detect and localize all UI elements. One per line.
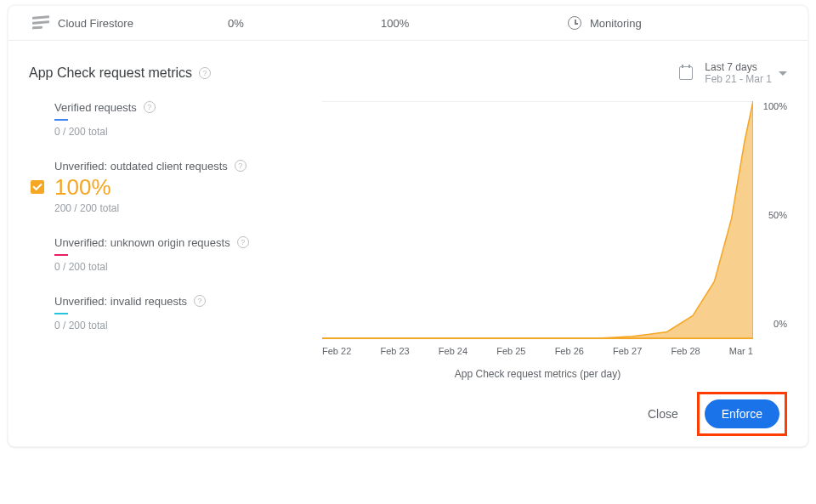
date-range-label: Last 7 days — [705, 61, 772, 73]
x-tick: Feb 23 — [380, 346, 409, 356]
dialog-actions: Close Enforce — [29, 380, 787, 436]
x-tick: Feb 28 — [671, 346, 700, 356]
chart-series-outdated — [322, 101, 753, 338]
header-pct-b: 100% — [381, 17, 568, 30]
clock-icon — [568, 16, 581, 30]
legend-swatch — [54, 254, 68, 256]
chevron-down-icon — [779, 71, 787, 76]
help-icon[interactable]: ? — [235, 160, 246, 172]
header-pct-a: 0% — [228, 17, 381, 30]
legend-checkbox[interactable] — [31, 180, 44, 194]
enforce-highlight: Enforce — [697, 392, 787, 436]
firestore-icon — [32, 16, 49, 30]
legend-item-verified[interactable]: Verified requests ? 0 / 200 total — [54, 101, 322, 138]
title-row: App Check request metrics ? Last 7 days … — [29, 61, 787, 86]
legend-label: Unverified: unknown origin requests ? — [54, 236, 322, 249]
service-name: Cloud Firestore — [58, 17, 133, 30]
service-cell: Cloud Firestore — [32, 16, 228, 30]
legend-value: 100% — [54, 174, 322, 201]
legend-label: Unverified: invalid requests ? — [54, 295, 322, 308]
enforce-button[interactable]: Enforce — [705, 399, 779, 428]
legend-item-invalid[interactable]: Unverified: invalid requests ? 0 / 200 t… — [54, 295, 322, 331]
legend-sub: 200 / 200 total — [54, 202, 322, 214]
panel-body: App Check request metrics ? Last 7 days … — [8, 41, 808, 446]
x-tick: Feb 24 — [439, 346, 468, 356]
x-tick: Feb 27 — [613, 346, 642, 356]
x-tick: Feb 25 — [496, 346, 525, 356]
legend-label: Unverified: outdated client requests ? — [54, 160, 322, 173]
legend-item-outdated[interactable]: Unverified: outdated client requests ? 1… — [54, 160, 322, 214]
x-tick: Mar 1 — [729, 346, 753, 356]
legend-item-unknown[interactable]: Unverified: unknown origin requests ? 0 … — [54, 236, 322, 273]
help-icon[interactable]: ? — [144, 101, 156, 113]
date-range-picker[interactable]: Last 7 days Feb 21 - Mar 1 — [679, 61, 787, 86]
x-tick: Feb 22 — [322, 346, 351, 356]
status-label: Monitoring — [590, 17, 642, 30]
x-axis: Feb 22 Feb 23 Feb 24 Feb 25 Feb 26 Feb 2… — [322, 346, 753, 356]
panel-header: Cloud Firestore 0% 100% Monitoring — [8, 6, 808, 41]
help-icon[interactable]: ? — [199, 67, 211, 79]
title-text: App Check request metrics — [29, 65, 192, 81]
chart-caption: App Check request metrics (per day) — [322, 368, 753, 380]
legend-swatch — [54, 119, 68, 121]
help-icon[interactable]: ? — [237, 236, 249, 248]
metrics-panel: Cloud Firestore 0% 100% Monitoring App C… — [8, 5, 808, 447]
legend: Verified requests ? 0 / 200 total Unveri… — [29, 101, 322, 380]
legend-sub: 0 / 200 total — [54, 320, 322, 331]
metrics-area: Verified requests ? 0 / 200 total Unveri… — [29, 101, 787, 380]
legend-sub: 0 / 200 total — [54, 261, 322, 273]
calendar-icon — [679, 66, 693, 80]
chart-svg — [322, 101, 753, 339]
legend-sub: 0 / 200 total — [54, 126, 322, 138]
legend-swatch — [54, 313, 68, 314]
help-icon[interactable]: ? — [194, 295, 206, 307]
y-tick: 100% — [763, 101, 787, 111]
legend-label: Verified requests ? — [54, 101, 322, 114]
status-cell: Monitoring — [568, 16, 784, 30]
date-range-range: Feb 21 - Mar 1 — [705, 73, 772, 85]
close-button[interactable]: Close — [644, 400, 682, 428]
y-tick: 50% — [768, 210, 787, 220]
chart-area: 100% 50% 0% Feb 22 Feb 23 Feb 24 Feb 25 … — [322, 101, 787, 380]
page-title: App Check request metrics ? — [29, 65, 211, 81]
x-tick: Feb 26 — [555, 346, 584, 356]
date-range-texts: Last 7 days Feb 21 - Mar 1 — [705, 61, 772, 86]
y-tick: 0% — [774, 319, 787, 329]
